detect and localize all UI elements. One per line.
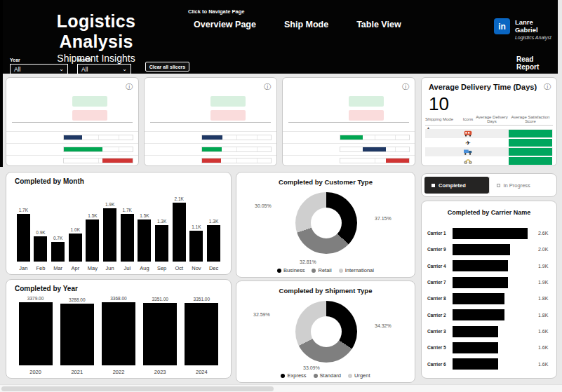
slice-label: 32.81% bbox=[300, 259, 316, 264]
bar-nov[interactable]: 1.1K Nov bbox=[189, 224, 203, 262]
bar-value-label: 1.3K bbox=[209, 219, 218, 224]
satisfaction-score-cell bbox=[509, 157, 552, 165]
bar-value-label: 1.9K bbox=[105, 202, 114, 207]
legend-item-urgent[interactable]: Urgent bbox=[348, 372, 370, 379]
carrier-row-carrier-1[interactable]: Carrier 1 2.6K bbox=[427, 228, 552, 239]
unselected-mark-icon bbox=[497, 184, 500, 187]
shipment-type-donut bbox=[295, 301, 357, 363]
bar-value-label: 1.3K bbox=[157, 219, 166, 224]
legend-item-express[interactable]: Express bbox=[281, 372, 306, 379]
delivery-table-body: ✈ bbox=[425, 129, 553, 165]
legend-item-standard[interactable]: Standard bbox=[314, 372, 341, 379]
info-icon[interactable]: ⓘ bbox=[126, 82, 133, 92]
breakdown-bar-track bbox=[340, 135, 410, 140]
dashboard-root: Logistics Analysis Shipment Insights Cli… bbox=[0, 0, 562, 392]
bar-sep[interactable]: 1.3K Sep bbox=[155, 219, 168, 262]
slice-label: 34.32% bbox=[375, 323, 392, 328]
bar-2020[interactable]: 3379.00 2020 bbox=[19, 296, 53, 365]
bar bbox=[143, 303, 177, 365]
legend-dot-icon bbox=[277, 269, 281, 273]
bar-may[interactable]: 1.5K May bbox=[86, 213, 99, 262]
carrier-name-label: Carrier 6 bbox=[427, 362, 453, 367]
linkedin-icon[interactable]: in bbox=[494, 18, 510, 34]
carrier-row-carrier-7[interactable]: Carrier 7 1.9K bbox=[427, 277, 552, 288]
month-slicer-dropdown[interactable]: All ⌄ bbox=[77, 64, 131, 74]
carrier-value-label: 1.6K bbox=[538, 362, 552, 367]
page-nav: Overview PageShip ModeTable View bbox=[194, 20, 401, 29]
column-header: Shipping Mode bbox=[425, 117, 460, 121]
toggle-in-progress-button[interactable]: In Progress bbox=[489, 177, 554, 194]
breakdown-bar-track bbox=[63, 158, 133, 163]
legend-label: Urgent bbox=[354, 372, 370, 379]
chart-title: Completed by Month bbox=[15, 177, 84, 185]
info-icon[interactable]: ⓘ bbox=[402, 82, 409, 92]
kpi-card-shipments-in-progress: ⓘ bbox=[144, 77, 277, 166]
vs-py-badge bbox=[72, 96, 107, 107]
carrier-row-carrier-5[interactable]: Carrier 5 1.6K bbox=[427, 342, 552, 353]
completed-by-shipment-type-card: Completed by Shipment Type 34.32% 33.09%… bbox=[236, 281, 415, 383]
bus-icon bbox=[460, 130, 476, 137]
bar-apr[interactable]: 1.0K Apr bbox=[69, 227, 82, 262]
bar-mar[interactable]: 0.7K Mar bbox=[51, 236, 65, 262]
carrier-row-carrier-2[interactable]: Carrier 2 1.8K bbox=[427, 309, 552, 320]
carrier-row-carrier-9[interactable]: Carrier 9 2.0K bbox=[427, 244, 552, 255]
carrier-row-carrier-4[interactable]: Carrier 4 1.9K bbox=[427, 260, 552, 271]
read-report-link[interactable]: Read Report bbox=[516, 55, 558, 71]
horizontal-scrollbar[interactable] bbox=[0, 384, 562, 392]
nav-hint: Click to Navigate Page bbox=[188, 8, 244, 15]
card-title: Average Delivery Time (Days) bbox=[429, 83, 537, 91]
delivery-table-row bbox=[425, 156, 553, 165]
lorry-icon bbox=[460, 149, 476, 155]
completed-by-month-card: Completed by Month 1.7K Jan 0.9K Feb 0.7… bbox=[6, 172, 232, 275]
profile: in Lanre Gabriel Logistics Analyst bbox=[494, 18, 558, 40]
bar-oct[interactable]: 2.1K Oct bbox=[173, 196, 186, 262]
bar bbox=[103, 208, 116, 262]
delivery-table-row bbox=[425, 147, 553, 156]
bar-jul[interactable]: 1.7K Jul bbox=[121, 208, 134, 262]
bar bbox=[155, 225, 168, 262]
bar-category-label: Dec bbox=[207, 265, 220, 271]
info-icon[interactable]: ⓘ bbox=[544, 82, 551, 92]
year-slicer-dropdown[interactable]: All ⌄ bbox=[10, 64, 68, 74]
scrollbar-thumb[interactable] bbox=[1, 386, 274, 391]
info-icon[interactable]: ⓘ bbox=[264, 82, 271, 92]
carrier-row-carrier-8[interactable]: Carrier 8 1.8K bbox=[427, 293, 552, 304]
breakdown-bar-track bbox=[201, 135, 272, 140]
bar-dec[interactable]: 1.3K Dec bbox=[207, 219, 220, 262]
motorbike-icon bbox=[460, 158, 476, 164]
nav-tab-ship-mode[interactable]: Ship Mode bbox=[284, 20, 328, 29]
carrier-row-carrier-6[interactable]: Carrier 6 1.6K bbox=[427, 358, 552, 370]
carrier-row-carrier-3[interactable]: Carrier 3 1.6K bbox=[427, 326, 552, 337]
chevron-down-icon: ⌄ bbox=[59, 66, 64, 72]
toggle-completed-button[interactable]: Completed bbox=[424, 177, 489, 194]
month-slicer-value: All bbox=[81, 66, 88, 73]
month-slicer: Month All ⌄ bbox=[77, 58, 131, 74]
bar-2024[interactable]: 3351.00 2024 bbox=[185, 297, 218, 365]
bar-feb[interactable]: 0.9K Feb bbox=[34, 230, 47, 262]
breakdown-bar-fill bbox=[340, 135, 363, 140]
bar-jan[interactable]: 1.7K Jan bbox=[17, 208, 30, 262]
bar bbox=[102, 302, 135, 365]
breakdown-row bbox=[145, 155, 276, 167]
chart-title: Completed by Year bbox=[15, 285, 78, 292]
bar bbox=[19, 302, 53, 365]
bar-category-label: 2021 bbox=[60, 369, 94, 375]
legend-item-business[interactable]: Business bbox=[277, 267, 305, 273]
completed-by-carrier-name-card: Completed by Carrier Name Carrier 1 2.6K… bbox=[421, 201, 557, 379]
nav-tab-table-view[interactable]: Table View bbox=[356, 20, 401, 29]
bar-aug[interactable]: 1.5K Aug bbox=[138, 213, 151, 262]
legend-label: Express bbox=[287, 372, 306, 379]
bar-value-label: 1.7K bbox=[19, 208, 28, 212]
legend-item-retail[interactable]: Retail bbox=[312, 267, 331, 273]
breakdown-label bbox=[150, 120, 271, 123]
bar-jun[interactable]: 1.9K Jun bbox=[103, 202, 116, 262]
legend-item-international[interactable]: International bbox=[339, 267, 374, 273]
month-bar-chart: 1.7K Jan 0.9K Feb 0.7K Mar 1.0K Apr 1.5K… bbox=[15, 186, 222, 262]
bar-2021[interactable]: 3288.00 2021 bbox=[60, 297, 94, 365]
satisfaction-score-cell bbox=[509, 130, 552, 137]
bar-2023[interactable]: 3351.00 2023 bbox=[143, 297, 177, 365]
bar-category-label: Oct bbox=[173, 265, 186, 271]
bar-2022[interactable]: 3368.00 2022 bbox=[102, 296, 135, 365]
nav-tab-overview-page[interactable]: Overview Page bbox=[194, 20, 256, 29]
clear-all-slicers-button[interactable]: Clear all slicers bbox=[145, 62, 189, 72]
